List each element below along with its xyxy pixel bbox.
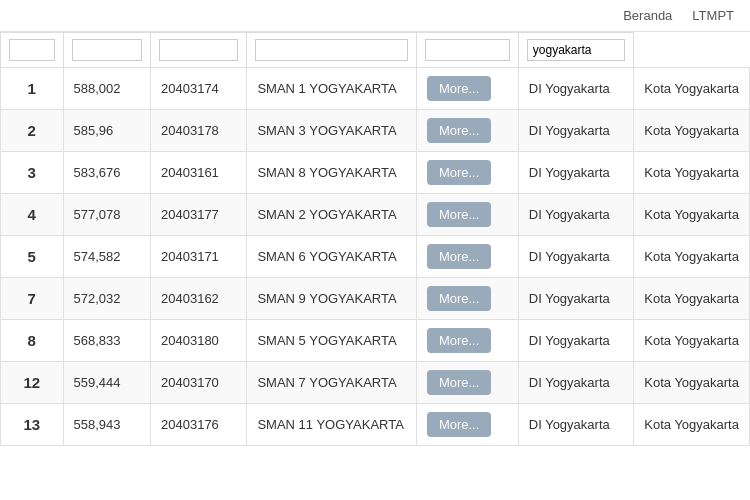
filter-row bbox=[1, 33, 750, 68]
cell-name: SMAN 9 YOGYAKARTA bbox=[247, 278, 416, 320]
cell-city: Kota Yogyakarta bbox=[634, 194, 750, 236]
cell-province: DI Yogyakarta bbox=[518, 236, 633, 278]
cell-score: 577,078 bbox=[63, 194, 151, 236]
cell-province: DI Yogyakarta bbox=[518, 194, 633, 236]
filter-col5 bbox=[416, 33, 518, 68]
cell-score: 568,833 bbox=[63, 320, 151, 362]
cell-rank: 1 bbox=[1, 68, 64, 110]
more-button[interactable]: More... bbox=[427, 370, 491, 395]
cell-name: SMAN 2 YOGYAKARTA bbox=[247, 194, 416, 236]
cell-code: 20403178 bbox=[151, 110, 247, 152]
filter-col6 bbox=[518, 33, 633, 68]
cell-score: 585,96 bbox=[63, 110, 151, 152]
cell-city: Kota Yogyakarta bbox=[634, 278, 750, 320]
cell-name: SMAN 7 YOGYAKARTA bbox=[247, 362, 416, 404]
cell-code: 20403171 bbox=[151, 236, 247, 278]
cell-name: SMAN 6 YOGYAKARTA bbox=[247, 236, 416, 278]
cell-code: 20403161 bbox=[151, 152, 247, 194]
cell-rank: 3 bbox=[1, 152, 64, 194]
cell-city: Kota Yogyakarta bbox=[634, 362, 750, 404]
cell-more[interactable]: More... bbox=[416, 362, 518, 404]
cell-province: DI Yogyakarta bbox=[518, 362, 633, 404]
school-table: 1 588,002 20403174 SMAN 1 YOGYAKARTA Mor… bbox=[0, 32, 750, 446]
table-row: 7 572,032 20403162 SMAN 9 YOGYAKARTA Mor… bbox=[1, 278, 750, 320]
cell-more[interactable]: More... bbox=[416, 320, 518, 362]
cell-score: 583,676 bbox=[63, 152, 151, 194]
cell-score: 559,444 bbox=[63, 362, 151, 404]
cell-more[interactable]: More... bbox=[416, 236, 518, 278]
more-button[interactable]: More... bbox=[427, 76, 491, 101]
table-row: 5 574,582 20403171 SMAN 6 YOGYAKARTA Mor… bbox=[1, 236, 750, 278]
cell-province: DI Yogyakarta bbox=[518, 68, 633, 110]
cell-rank: 5 bbox=[1, 236, 64, 278]
cell-more[interactable]: More... bbox=[416, 404, 518, 446]
cell-code: 20403170 bbox=[151, 362, 247, 404]
table-row: 3 583,676 20403161 SMAN 8 YOGYAKARTA Mor… bbox=[1, 152, 750, 194]
filter-name-input[interactable] bbox=[255, 39, 407, 61]
cell-rank: 12 bbox=[1, 362, 64, 404]
cell-name: SMAN 8 YOGYAKARTA bbox=[247, 152, 416, 194]
table-row: 12 559,444 20403170 SMAN 7 YOGYAKARTA Mo… bbox=[1, 362, 750, 404]
nav-beranda[interactable]: Beranda bbox=[623, 8, 672, 23]
cell-code: 20403162 bbox=[151, 278, 247, 320]
more-button[interactable]: More... bbox=[427, 118, 491, 143]
cell-rank: 7 bbox=[1, 278, 64, 320]
cell-more[interactable]: More... bbox=[416, 68, 518, 110]
cell-name: SMAN 3 YOGYAKARTA bbox=[247, 110, 416, 152]
cell-province: DI Yogyakarta bbox=[518, 110, 633, 152]
cell-code: 20403174 bbox=[151, 68, 247, 110]
cell-score: 588,002 bbox=[63, 68, 151, 110]
cell-city: Kota Yogyakarta bbox=[634, 320, 750, 362]
cell-score: 574,582 bbox=[63, 236, 151, 278]
more-button[interactable]: More... bbox=[427, 328, 491, 353]
cell-rank: 8 bbox=[1, 320, 64, 362]
cell-name: SMAN 11 YOGYAKARTA bbox=[247, 404, 416, 446]
table-wrapper: 1 588,002 20403174 SMAN 1 YOGYAKARTA Mor… bbox=[0, 32, 750, 446]
cell-city: Kota Yogyakarta bbox=[634, 110, 750, 152]
cell-city: Kota Yogyakarta bbox=[634, 236, 750, 278]
navbar: Beranda LTMPT bbox=[0, 0, 750, 32]
cell-province: DI Yogyakarta bbox=[518, 278, 633, 320]
filter-col4 bbox=[247, 33, 416, 68]
table-body: 1 588,002 20403174 SMAN 1 YOGYAKARTA Mor… bbox=[1, 68, 750, 446]
more-button[interactable]: More... bbox=[427, 412, 491, 437]
filter-rank-input[interactable] bbox=[9, 39, 55, 61]
filter-col2 bbox=[63, 33, 151, 68]
cell-rank: 2 bbox=[1, 110, 64, 152]
cell-rank: 4 bbox=[1, 194, 64, 236]
cell-name: SMAN 1 YOGYAKARTA bbox=[247, 68, 416, 110]
cell-code: 20403177 bbox=[151, 194, 247, 236]
filter-col3 bbox=[151, 33, 247, 68]
filter-city-input[interactable] bbox=[527, 39, 625, 61]
more-button[interactable]: More... bbox=[427, 244, 491, 269]
cell-score: 572,032 bbox=[63, 278, 151, 320]
nav-ltmpt[interactable]: LTMPT bbox=[692, 8, 734, 23]
filter-code-input[interactable] bbox=[159, 39, 238, 61]
cell-city: Kota Yogyakarta bbox=[634, 404, 750, 446]
table-row: 13 558,943 20403176 SMAN 11 YOGYAKARTA M… bbox=[1, 404, 750, 446]
filter-province-input[interactable] bbox=[425, 39, 510, 61]
table-row: 8 568,833 20403180 SMAN 5 YOGYAKARTA Mor… bbox=[1, 320, 750, 362]
cell-rank: 13 bbox=[1, 404, 64, 446]
cell-more[interactable]: More... bbox=[416, 110, 518, 152]
cell-city: Kota Yogyakarta bbox=[634, 152, 750, 194]
cell-more[interactable]: More... bbox=[416, 278, 518, 320]
cell-province: DI Yogyakarta bbox=[518, 152, 633, 194]
more-button[interactable]: More... bbox=[427, 160, 491, 185]
filter-col1 bbox=[1, 33, 64, 68]
table-row: 4 577,078 20403177 SMAN 2 YOGYAKARTA Mor… bbox=[1, 194, 750, 236]
table-row: 2 585,96 20403178 SMAN 3 YOGYAKARTA More… bbox=[1, 110, 750, 152]
table-row: 1 588,002 20403174 SMAN 1 YOGYAKARTA Mor… bbox=[1, 68, 750, 110]
cell-more[interactable]: More... bbox=[416, 194, 518, 236]
cell-city: Kota Yogyakarta bbox=[634, 68, 750, 110]
more-button[interactable]: More... bbox=[427, 286, 491, 311]
cell-more[interactable]: More... bbox=[416, 152, 518, 194]
more-button[interactable]: More... bbox=[427, 202, 491, 227]
cell-province: DI Yogyakarta bbox=[518, 404, 633, 446]
cell-code: 20403176 bbox=[151, 404, 247, 446]
cell-code: 20403180 bbox=[151, 320, 247, 362]
cell-name: SMAN 5 YOGYAKARTA bbox=[247, 320, 416, 362]
filter-score-input[interactable] bbox=[72, 39, 143, 61]
cell-score: 558,943 bbox=[63, 404, 151, 446]
cell-province: DI Yogyakarta bbox=[518, 320, 633, 362]
